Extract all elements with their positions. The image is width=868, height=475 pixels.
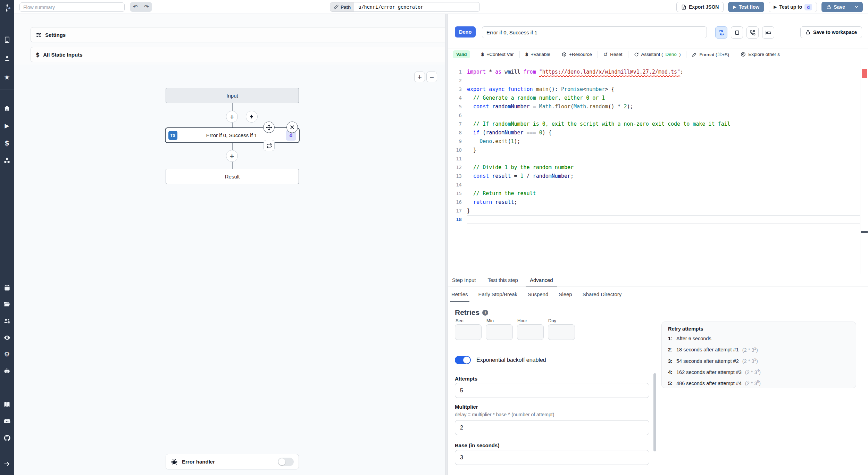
exponential-backoff-toggle[interactable] xyxy=(455,356,471,364)
settings-gear-icon[interactable]: ⚙ xyxy=(0,348,14,360)
delete-step-button[interactable] xyxy=(286,122,298,133)
export-json-button[interactable]: Export JSON xyxy=(676,2,724,12)
assistant-button[interactable]: Assistant (Deno) xyxy=(628,51,686,58)
add-step-button[interactable]: + xyxy=(226,111,238,123)
code-editor[interactable]: 1import * as wmill from "https://deno.la… xyxy=(448,60,860,274)
scrollbar-thumb[interactable] xyxy=(653,373,656,451)
subtab-early-stop[interactable]: Early Stop/Break xyxy=(478,286,518,302)
typescript-badge: TS xyxy=(168,131,177,140)
multiplier-input[interactable] xyxy=(455,420,649,435)
sync-toggle-button[interactable] xyxy=(715,26,727,39)
add-resource-button[interactable]: +Resource xyxy=(556,51,598,58)
save-button[interactable]: Save xyxy=(821,2,850,12)
retry-attempt-row: 3:54 seconds after attempt #2(2 * 33) xyxy=(668,355,850,366)
add-context-var-button[interactable]: $ +Context Var xyxy=(475,51,519,58)
editor-toolbar: Valid $ +Context Var $ +Variable +Resour… xyxy=(448,49,868,60)
chevron-down-icon xyxy=(854,5,859,9)
ai-bot-icon[interactable] xyxy=(0,365,14,377)
lock-icon xyxy=(826,5,831,9)
hour-input[interactable] xyxy=(517,324,544,340)
code-line: 5 const randomNumber = Math.floor(Math.r… xyxy=(448,102,860,111)
redo-button[interactable]: ↷ xyxy=(141,2,152,12)
flow-step-node[interactable]: TS Error if 0, Success if 1 d xyxy=(165,127,300,143)
base-label: Base (in seconds) xyxy=(455,442,499,448)
bug-icon xyxy=(171,458,178,465)
subtab-sleep[interactable]: Sleep xyxy=(559,286,572,302)
variables-dollar-icon[interactable]: $ xyxy=(0,137,14,149)
result-node-label: Result xyxy=(225,174,240,180)
code-line: 10 } xyxy=(448,146,860,155)
attempts-label: Attempts xyxy=(455,376,477,382)
workspace-building-icon[interactable] xyxy=(0,33,14,46)
flow-canvas[interactable]: + − Input + TS Error if 0, Success if 1 … xyxy=(14,65,445,475)
day-input[interactable] xyxy=(548,324,575,340)
save-dropdown-button[interactable] xyxy=(850,2,863,12)
subtab-retries[interactable]: Retries xyxy=(451,286,468,302)
error-handler-node[interactable]: Error handler xyxy=(166,454,299,469)
schedules-calendar-icon[interactable] xyxy=(0,281,14,294)
info-icon[interactable]: i xyxy=(482,310,488,316)
result-node[interactable]: Result xyxy=(166,169,299,184)
resources-boxes-icon[interactable] xyxy=(0,154,14,167)
sec-input[interactable] xyxy=(455,324,482,340)
input-node[interactable]: Input xyxy=(166,88,299,103)
test-flow-button[interactable]: ▶ Test flow xyxy=(728,2,764,12)
panel-splitter[interactable] xyxy=(445,14,448,475)
all-static-inputs-row[interactable]: $ All Static Inputs xyxy=(31,47,453,62)
retry-attempt-row: 2:18 seconds after attempt #1(2 * 32) xyxy=(668,344,850,355)
flow-summary-input[interactable] xyxy=(19,2,125,12)
flow-settings-row[interactable]: Settings xyxy=(31,27,453,42)
explore-scripts-button[interactable]: Explore other s xyxy=(735,51,785,58)
subtab-shared-directory[interactable]: Shared Directory xyxy=(583,286,622,302)
favorites-star-icon[interactable]: ★ xyxy=(0,71,14,83)
error-handler-toggle[interactable] xyxy=(278,458,294,466)
package-icon xyxy=(562,52,567,57)
language-badge[interactable]: Deno xyxy=(455,26,476,38)
add-step-button[interactable]: + xyxy=(226,150,238,162)
zoom-out-button[interactable]: − xyxy=(426,72,437,82)
plus-icon: + xyxy=(229,113,234,120)
attempts-input[interactable] xyxy=(455,383,649,398)
format-button[interactable]: Format (⌘+S) xyxy=(686,51,735,58)
editor-overview-ruler[interactable] xyxy=(860,60,868,274)
min-input[interactable] xyxy=(486,324,513,340)
base-input[interactable] xyxy=(455,450,649,465)
github-icon[interactable] xyxy=(0,432,14,444)
user-icon[interactable] xyxy=(0,52,14,65)
step-retries-indicator[interactable] xyxy=(264,140,275,151)
tab-test-this-step[interactable]: Test this step xyxy=(487,274,518,286)
reset-button[interactable]: ↺ Reset xyxy=(598,51,628,58)
windmill-flow-editor: ★ ▶ $ ⚙ xyxy=(0,0,868,475)
discord-icon[interactable] xyxy=(0,415,14,427)
tab-step-input[interactable]: Step Input xyxy=(452,274,476,286)
groups-users-gear-icon[interactable] xyxy=(0,315,14,327)
test-up-to-button[interactable]: ▶ Test up to d xyxy=(769,2,817,12)
retry-rows: 1:After 6 seconds2:18 seconds after atte… xyxy=(668,334,850,389)
zoom-in-button[interactable]: + xyxy=(414,72,425,82)
backoff-label: Exponential backoff enabled xyxy=(476,357,546,363)
docs-book-icon[interactable] xyxy=(0,398,14,411)
phone-incoming-button[interactable] xyxy=(746,26,759,39)
multiplier-help: delay = multiplier * base ^ (number of a… xyxy=(455,412,554,417)
tab-advanced[interactable]: Advanced xyxy=(530,274,553,286)
sleep-bed-button[interactable] xyxy=(762,26,774,39)
add-trigger-button[interactable] xyxy=(246,111,258,123)
play-icon: ▶ xyxy=(733,5,736,9)
add-variable-button[interactable]: $ +Variable xyxy=(519,51,556,58)
expand-sidebar-arrow-icon[interactable] xyxy=(0,458,14,470)
step-summary-input[interactable] xyxy=(482,26,707,38)
path-field[interactable]: Path u/henri/error_generator xyxy=(330,2,480,12)
runs-play-icon[interactable]: ▶ xyxy=(0,119,14,132)
windmill-logo-icon[interactable] xyxy=(0,2,14,14)
step-editor-panel: Deno Save to workspace Valid $ xyxy=(448,14,868,475)
undo-button[interactable]: ↶ xyxy=(130,2,141,12)
save-to-workspace-button[interactable]: Save to workspace xyxy=(800,26,862,38)
folders-icon[interactable] xyxy=(0,298,14,310)
move-step-button[interactable] xyxy=(263,122,275,133)
code-line: 7 // If randomNumber is 0, exit the scri… xyxy=(448,120,860,128)
audit-logs-eye-icon[interactable] xyxy=(0,331,14,344)
diff-square-button[interactable] xyxy=(731,26,743,39)
subtab-suspend[interactable]: Suspend xyxy=(528,286,548,302)
home-icon[interactable] xyxy=(0,102,14,115)
code-line: 16 return result; xyxy=(448,198,860,207)
